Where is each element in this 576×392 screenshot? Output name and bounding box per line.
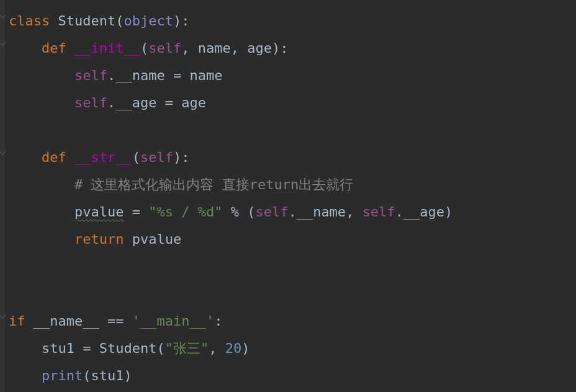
variable-pvalue: pvalue xyxy=(74,204,124,220)
code-line: if __name__ == '__main__': xyxy=(9,313,222,329)
code-line: self.__name = name xyxy=(9,68,222,83)
keyword-return: return xyxy=(74,231,132,247)
param-self: self xyxy=(140,149,173,165)
comment: # 这里格式化输出内容 直接return出去就行 xyxy=(74,177,353,192)
string-literal: '__main__' xyxy=(132,313,214,329)
param-name: name xyxy=(198,40,231,56)
code-line: def __init__(self, name, age): xyxy=(9,40,288,56)
string-literal: "%s / %d" xyxy=(148,204,222,220)
code-line: self.__age = age xyxy=(9,95,206,110)
fold-marker-icon[interactable] xyxy=(0,148,6,154)
code-line: print(stu1) xyxy=(9,368,132,383)
dunder-str: __str__ xyxy=(74,149,132,165)
keyword-def: def xyxy=(42,149,74,165)
keyword-def: def xyxy=(42,40,74,56)
dunder-init: __init__ xyxy=(74,40,140,56)
code-line: # 这里格式化输出内容 直接return出去就行 xyxy=(9,177,353,192)
string-literal: "张三" xyxy=(165,341,209,356)
fold-marker-icon[interactable] xyxy=(0,11,6,18)
fold-marker-icon[interactable] xyxy=(0,38,6,45)
fold-marker-icon[interactable] xyxy=(0,311,6,318)
builtin-object: object xyxy=(124,13,173,29)
param-age: age xyxy=(247,40,272,56)
keyword-if: if xyxy=(9,313,34,329)
gutter xyxy=(0,0,5,392)
code-editor[interactable]: class Student(object): def __init__(self… xyxy=(9,7,576,390)
code-line: def __str__(self): xyxy=(9,149,189,165)
class-name: Student xyxy=(58,13,115,29)
code-line: stu1 = Student("张三", 20) xyxy=(9,341,250,356)
code-line: pvalue = "%s / %d" % (self.__name, self.… xyxy=(9,204,452,220)
code-line: class Student(object): xyxy=(9,13,189,29)
param-self: self xyxy=(148,40,181,56)
code-line: return pvalue xyxy=(9,231,181,247)
builtin-print: print xyxy=(42,368,83,383)
number-literal: 20 xyxy=(225,341,242,356)
keyword-class: class xyxy=(9,13,58,29)
